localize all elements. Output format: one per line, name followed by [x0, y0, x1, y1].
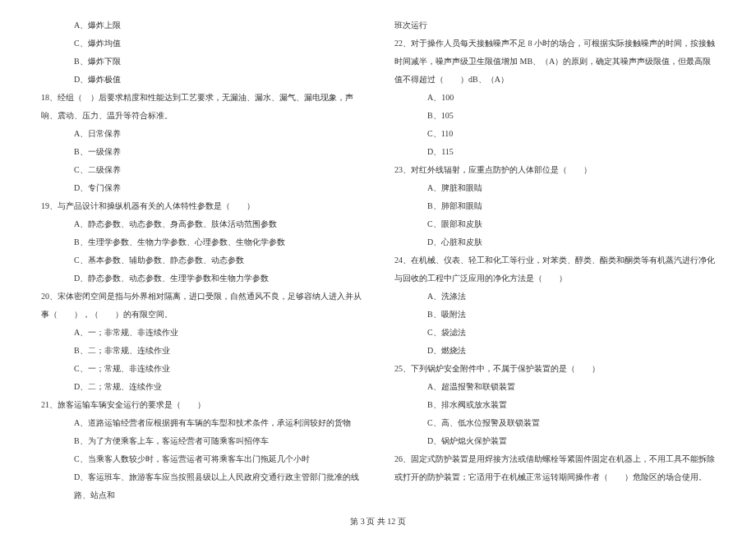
q20-text: 20、宋体密闭空间是指与外界相对隔离，进口受限，自然通风不良，足够容纳人进入并从… [41, 288, 362, 324]
q21-continuation: 班次运行 [394, 16, 715, 35]
q17-option-a: A、爆炸上限 [41, 16, 362, 35]
q17-option-b: B、爆炸下限 [41, 53, 362, 71]
q18-option-c: C、二级保养 [41, 161, 362, 179]
q21-text: 21、旅客运输车辆安全运行的要求是（ ） [41, 396, 362, 414]
q17-option-d: D、爆炸极值 [41, 71, 362, 89]
q22-option-b: B、105 [394, 107, 715, 125]
page-footer: 第 3 页 共 12 页 [0, 516, 756, 527]
q18-text: 18、经组（ ）后要求精度和性能达到工艺要求，无漏油、漏水、漏气、漏电现象，声响… [41, 89, 362, 125]
q23-option-b: B、肺部和眼睛 [394, 197, 715, 215]
q23-option-d: D、心脏和皮肤 [394, 233, 715, 251]
q23-text: 23、对红外线辐射，应重点防护的人体部位是（ ） [394, 161, 715, 179]
q26-text: 26、固定式防护装置是用焊接方法或借助螺栓等紧固件固定在机器上，不用工具不能拆除… [394, 450, 715, 486]
q20-option-d: D、二；常规、连续作业 [41, 378, 362, 396]
q22-text: 22、对于操作人员每天接触噪声不足 8 小时的场合，可根据实际接触噪声的时间，按… [394, 35, 715, 89]
q24-option-d: D、燃烧法 [394, 342, 715, 360]
q24-option-a: A、洗涤法 [394, 288, 715, 306]
q18-option-a: A、日常保养 [41, 125, 362, 143]
left-column: A、爆炸上限 C、爆炸均值 B、爆炸下限 D、爆炸极值 18、经组（ ）后要求精… [41, 16, 362, 504]
q25-text: 25、下列锅炉安全附件中，不属于保护装置的是（ ） [394, 360, 715, 378]
q19-option-d: D、静态参数、动态参数、生理学参数和生物力学参数 [41, 269, 362, 288]
q25-option-c: C、高、低水位报警及联锁装置 [394, 414, 715, 432]
q20-option-c: C、一；常规、非连续作业 [41, 360, 362, 378]
q25-option-d: D、锅炉熄火保护装置 [394, 432, 715, 450]
q21-option-c: C、当乘客人数较少时，客运营运者可将乘客车出门拖延几个小时 [41, 450, 362, 468]
q21-option-b: B、为了方便乘客上车，客运经营者可随乘客叫招停车 [41, 432, 362, 450]
page-content: A、爆炸上限 C、爆炸均值 B、爆炸下限 D、爆炸极值 18、经组（ ）后要求精… [41, 16, 715, 504]
q19-option-a: A、静态参数、动态参数、身高参数、肢体活动范围参数 [41, 215, 362, 233]
q18-option-d: D、专门保养 [41, 179, 362, 197]
q24-option-b: B、吸附法 [394, 306, 715, 324]
q21-option-d: D、客运班车、旅游客车应当按照县级以上人民政府交通行政主管部门批准的线路、站点和 [41, 468, 362, 504]
q18-option-b: B、一级保养 [41, 143, 362, 161]
q19-option-c: C、基本参数、辅助参数、静态参数、动态参数 [41, 251, 362, 269]
q23-option-a: A、脾脏和眼睛 [394, 179, 715, 197]
q19-option-b: B、生理学参数、生物力学参数、心理参数、生物化学参数 [41, 233, 362, 251]
q24-text: 24、在机械、仪表、轻工和化工等行业，对苯类、醇类、酯类和酮类等有机蒸汽进行净化… [394, 251, 715, 288]
q20-option-b: B、二；非常规、连续作业 [41, 342, 362, 360]
right-column: 班次运行 22、对于操作人员每天接触噪声不足 8 小时的场合，可根据实际接触噪声… [394, 16, 715, 504]
q17-option-c: C、爆炸均值 [41, 35, 362, 53]
q22-option-a: A、100 [394, 89, 715, 107]
q22-option-d: D、115 [394, 143, 715, 161]
q23-option-c: C、眼部和皮肤 [394, 215, 715, 233]
q21-option-a: A、道路运输经营者应根据拥有车辆的车型和技术条件，承运利润较好的货物 [41, 414, 362, 432]
q22-option-c: C、110 [394, 125, 715, 143]
q24-option-c: C、袋滤法 [394, 324, 715, 342]
q25-option-b: B、排水阀或放水装置 [394, 396, 715, 414]
q20-option-a: A、一；非常规、非连续作业 [41, 324, 362, 342]
q19-text: 19、与产品设计和操纵机器有关的人体特性参数是（ ） [41, 197, 362, 215]
q25-option-a: A、超温报警和联锁装置 [394, 378, 715, 396]
